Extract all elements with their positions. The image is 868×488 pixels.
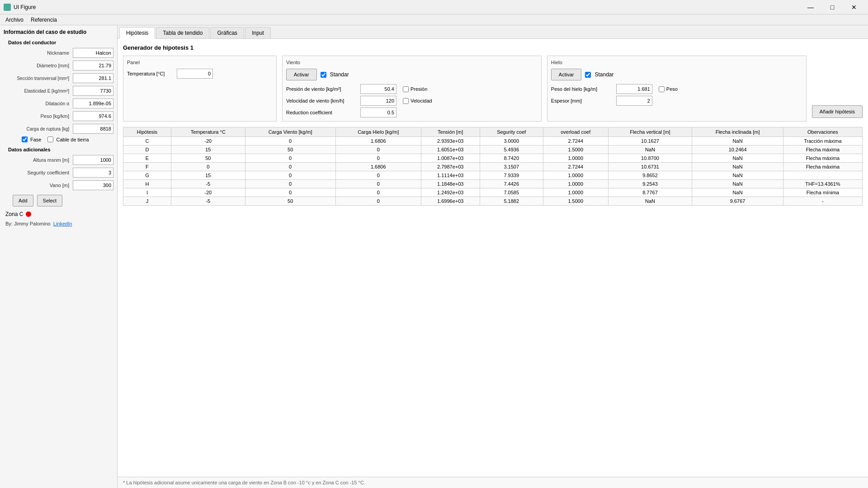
- tabs-bar: Hipótesis Tabla de tendido Gráficas Inpu…: [118, 25, 868, 39]
- table-cell-8: NaN: [692, 154, 783, 163]
- presion-check-label: Presión: [410, 86, 427, 92]
- cable-tierra-checkbox[interactable]: [47, 136, 53, 142]
- diametro-input[interactable]: [73, 61, 113, 70]
- table-cell-7: 9.8652: [608, 171, 692, 180]
- tab-input[interactable]: Input: [245, 27, 271, 38]
- vano-label: Vano [m]: [4, 183, 73, 188]
- table-cell-5: 7.0585: [480, 188, 543, 197]
- elasticidad-input[interactable]: [73, 86, 113, 96]
- segurity-label: Segurity coefficient: [4, 170, 73, 175]
- minimize-button[interactable]: —: [800, 0, 821, 14]
- table-cell-2: 50: [245, 197, 335, 206]
- peso-checkbox[interactable]: [659, 86, 665, 92]
- select-button[interactable]: Select: [37, 195, 63, 206]
- table-cell-1: 15: [171, 171, 245, 180]
- espesor-label: Espesor [mm]: [551, 98, 614, 103]
- table-cell-8: NaN: [692, 171, 783, 180]
- carga-input[interactable]: [73, 124, 113, 134]
- table-cell-9: Tracción máxima: [783, 137, 862, 145]
- anadir-hipotesis-button[interactable]: Añadir hipótesis: [812, 105, 863, 118]
- table-cell-0: H: [123, 180, 171, 188]
- table-cell-3: 1.6806: [335, 137, 421, 145]
- temp-input[interactable]: [177, 69, 213, 79]
- table-cell-1: -5: [171, 180, 245, 188]
- hielo-standar-checkbox[interactable]: [585, 72, 591, 78]
- tab-hipotesis[interactable]: Hipótesis: [119, 27, 155, 39]
- nickname-input[interactable]: [73, 48, 113, 58]
- hipotesis-table: Hipótesis Temperatura °C Carga Viento [k…: [123, 127, 863, 206]
- viento-activar-row: Activar Standar: [286, 69, 538, 80]
- titlebar-left: UI Figure: [4, 4, 36, 11]
- table-cell-4: 1.6051e+03: [421, 145, 480, 154]
- fase-checkbox[interactable]: [22, 136, 28, 142]
- table-cell-0: E: [123, 154, 171, 163]
- table-cell-0: F: [123, 163, 171, 171]
- table-cell-0: I: [123, 188, 171, 197]
- add-button[interactable]: Add: [13, 195, 33, 206]
- table-cell-4: 1.6996e+03: [421, 197, 480, 206]
- hielo-panel: Hielo Activar Standar Peso del hielo [kg…: [547, 56, 807, 122]
- table-row: I-20001.2492e+037.05851.00008.7767NaNFle…: [123, 188, 863, 197]
- table-cell-2: 0: [245, 188, 335, 197]
- linkedin-link[interactable]: LinkedIn: [53, 221, 72, 226]
- table-cell-0: J: [123, 197, 171, 206]
- maximize-button[interactable]: □: [822, 0, 843, 14]
- table-cell-9: Flecha máxima: [783, 145, 862, 154]
- menu-archivo[interactable]: Archivo: [2, 16, 27, 24]
- table-cell-1: -20: [171, 188, 245, 197]
- viento-activar-button[interactable]: Activar: [286, 69, 317, 80]
- tab-content-hipotesis: Generador de hipotesis 1 Panel Temperatu…: [118, 39, 868, 477]
- table-cell-4: 1.0087e+03: [421, 154, 480, 163]
- table-cell-5: 5.4936: [480, 145, 543, 154]
- velocidad-input[interactable]: [360, 96, 396, 106]
- peso-hielo-input[interactable]: [616, 84, 652, 94]
- table-cell-2: 0: [245, 154, 335, 163]
- main-layout: Información del caso de estudio Datos de…: [0, 25, 868, 488]
- table-cell-7: 10.8700: [608, 154, 692, 163]
- nickname-label: Nickname: [4, 50, 73, 56]
- seccion-input[interactable]: [73, 73, 113, 83]
- table-cell-9: Flecha máxima: [783, 154, 862, 163]
- table-cell-0: G: [123, 171, 171, 180]
- zona-dot-red: [26, 211, 31, 217]
- th-temperatura: Temperatura °C: [171, 127, 245, 137]
- table-cell-6: 1.0000: [543, 188, 608, 197]
- velocidad-checkbox[interactable]: [403, 98, 409, 104]
- table-cell-9: THF=13.4361%: [783, 180, 862, 188]
- table-cell-7: 9.2543: [608, 180, 692, 188]
- content-area: Hipótesis Tabla de tendido Gráficas Inpu…: [118, 25, 868, 488]
- table-cell-7: NaN: [608, 197, 692, 206]
- velocidad-check-label: Velocidad: [410, 98, 432, 103]
- hielo-title: Hielo: [551, 60, 802, 65]
- altura-input[interactable]: [73, 155, 113, 165]
- table-cell-1: 15: [171, 145, 245, 154]
- tab-graficas[interactable]: Gráficas: [210, 27, 244, 38]
- peso-check-label: Peso: [666, 86, 678, 92]
- carga-row: Carga de ruptura [kg]: [4, 124, 113, 134]
- menu-referencia[interactable]: Referencia: [27, 16, 61, 24]
- table-cell-5: 7.4426: [480, 180, 543, 188]
- table-header-row: Hipótesis Temperatura °C Carga Viento [k…: [123, 127, 863, 137]
- viento-standar-checkbox[interactable]: [321, 72, 326, 78]
- presion-checkbox[interactable]: [403, 86, 409, 92]
- tab-tabla-tendido[interactable]: Tabla de tendido: [156, 27, 209, 38]
- presion-input[interactable]: [360, 84, 396, 94]
- reduction-label: Reduction coefficient: [286, 110, 359, 115]
- elasticidad-label: Elasticidad E [kg/mm²]: [4, 89, 73, 94]
- table-cell-6: 1.0000: [543, 171, 608, 180]
- reduction-input[interactable]: [360, 108, 396, 117]
- table-row: C-2001.68062.9393e+033.00002.724410.1627…: [123, 137, 863, 145]
- espesor-input[interactable]: [616, 96, 652, 106]
- add-select-row: Add Select: [13, 195, 113, 206]
- peso-input[interactable]: [73, 111, 113, 121]
- th-carga-hielo: Carga Hielo [kg/m]: [335, 127, 421, 137]
- hielo-activar-button[interactable]: Activar: [551, 69, 582, 80]
- diametro-label: Diámetro [mm]: [4, 63, 73, 68]
- dilatacion-input[interactable]: [73, 99, 113, 108]
- table-row: J-55001.6996e+035.18821.5000NaN9.6767-: [123, 197, 863, 206]
- close-button[interactable]: ✕: [844, 0, 864, 14]
- segurity-input[interactable]: [73, 168, 113, 178]
- th-obervaciones: Obervaciones: [783, 127, 862, 137]
- table-cell-4: 1.2492e+03: [421, 188, 480, 197]
- vano-input[interactable]: [73, 180, 113, 190]
